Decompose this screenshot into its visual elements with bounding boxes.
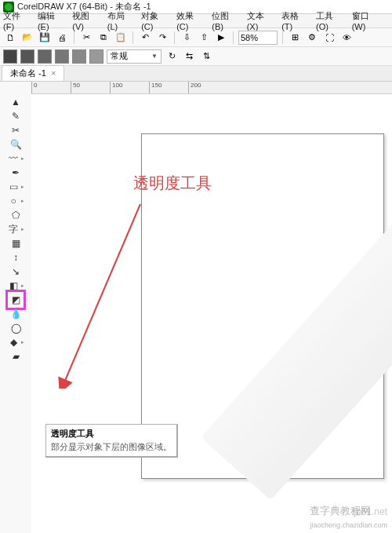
copy-button[interactable]: ⧉: [96, 31, 111, 45]
svg-line-1: [64, 204, 140, 382]
menu-effect[interactable]: 效果(C): [176, 10, 204, 31]
workspace: 0 50 100 150 200 ▲✎✂🔍〰▸✒▭▸○▸⬠字▸▦↕↘◧▸◩💧◯◆…: [0, 82, 392, 533]
rectangle-tool[interactable]: ▭: [7, 181, 20, 193]
separator: [233, 31, 234, 44]
diagonal-shape[interactable]: [201, 192, 392, 500]
menu-view[interactable]: 视图(V): [72, 10, 99, 31]
swatch-6[interactable]: [89, 49, 103, 64]
zoom-input[interactable]: [238, 31, 278, 45]
import-button[interactable]: ⇩: [180, 31, 194, 45]
menu-layout[interactable]: 布局(L): [107, 10, 133, 31]
menu-file[interactable]: 文件(F): [3, 10, 30, 31]
ruler-tick: 0: [31, 82, 71, 93]
artistic-media-tool[interactable]: ✒: [9, 166, 22, 179]
freehand-tool[interactable]: 〰: [7, 152, 20, 165]
menu-table[interactable]: 表格(T): [281, 10, 308, 31]
open-button[interactable]: 📂: [20, 31, 34, 45]
horizontal-ruler: 0 50 100 150 200: [31, 82, 392, 94]
options-button[interactable]: ⚙: [305, 31, 319, 45]
fullscreen-button[interactable]: ⛶: [322, 31, 336, 45]
document-tab[interactable]: 未命名 -1 ×: [2, 65, 64, 81]
polygon-tool[interactable]: ⬠: [9, 209, 22, 221]
fill-tool[interactable]: ◆: [7, 336, 20, 349]
snap-button[interactable]: ⊞: [288, 31, 302, 45]
separator: [74, 31, 74, 44]
watermark-text: 查字典教程网 jiaocheng.chazidian.com: [310, 504, 387, 530]
table-tool[interactable]: ▦: [9, 237, 22, 250]
undo-button[interactable]: ↶: [138, 31, 152, 45]
tab-close-icon[interactable]: ×: [51, 68, 56, 78]
text-tool[interactable]: 字: [7, 223, 20, 235]
tooltip: 透明度工具 部分显示对象下层的图像区域。: [45, 424, 178, 458]
menu-edit[interactable]: 编辑(E): [38, 10, 64, 31]
mirror-v-icon[interactable]: ⇅: [199, 49, 213, 64]
new-button[interactable]: 🗋: [3, 31, 17, 45]
flyout-icon: ▸: [21, 226, 24, 232]
menu-bar: 文件(F) 编辑(E) 视图(V) 布局(L) 对象(C) 效果(C) 位图(B…: [0, 14, 392, 28]
tooltip-body: 部分显示对象下层的图像区域。: [51, 441, 172, 453]
ellipse-tool[interactable]: ○: [7, 195, 20, 207]
separator: [174, 31, 175, 44]
menu-object[interactable]: 对象(C): [141, 10, 169, 31]
view-button[interactable]: 👁: [339, 31, 354, 45]
flyout-icon: ▸: [21, 198, 24, 204]
swatch-2[interactable]: [20, 49, 34, 64]
eyedropper-tool[interactable]: 💧: [9, 308, 22, 320]
save-button[interactable]: 💾: [38, 31, 52, 45]
menu-window[interactable]: 窗口(W): [352, 10, 381, 31]
swatch-1[interactable]: [3, 49, 17, 64]
style-value: 常规: [111, 50, 128, 62]
connector-tool[interactable]: ↘: [9, 265, 22, 278]
refresh-icon[interactable]: ↻: [165, 49, 179, 64]
ruler-tick: 200: [188, 82, 227, 93]
interactive-fill-tool[interactable]: ▰: [9, 350, 22, 363]
separator: [282, 31, 283, 44]
annotation-label: 透明度工具: [133, 173, 212, 194]
export-button[interactable]: ⇧: [197, 31, 211, 45]
outline-tool[interactable]: ◯: [9, 322, 22, 334]
pick-tool[interactable]: ▲: [9, 96, 22, 108]
flyout-icon: ▸: [21, 339, 24, 345]
redo-button[interactable]: ↷: [155, 31, 169, 45]
swatch-5[interactable]: [72, 49, 86, 64]
shape-tool[interactable]: ✎: [9, 110, 22, 122]
style-dropdown[interactable]: 常规 ▼: [107, 49, 162, 64]
property-toolbar: 常规 ▼ ↻ ⇆ ⇅: [0, 47, 392, 66]
swatch-4[interactable]: [55, 49, 69, 64]
print-button[interactable]: 🖨: [55, 31, 69, 45]
transparency-tool[interactable]: ◩: [9, 294, 22, 306]
mirror-h-icon[interactable]: ⇆: [182, 49, 196, 64]
menu-bitmap[interactable]: 位图(B): [212, 10, 238, 31]
zoom-tool[interactable]: 🔍: [9, 138, 22, 151]
tab-label: 未命名 -1: [10, 68, 46, 78]
ruler-tick: 50: [71, 82, 110, 93]
tooltip-title: 透明度工具: [51, 428, 172, 440]
flyout-icon: ▸: [21, 184, 24, 190]
menu-tools[interactable]: 工具(O): [316, 10, 344, 31]
separator: [132, 31, 133, 44]
flyout-icon: ▸: [21, 155, 24, 162]
flyout-icon: ▸: [21, 283, 24, 289]
ruler-tick: 100: [110, 82, 149, 93]
annotation-arrow-icon: [58, 200, 144, 389]
canvas[interactable]: 透明度工具 透明度工具 部分显示对象下层的图像区域。: [31, 94, 392, 533]
crop-tool[interactable]: ✂: [9, 124, 22, 137]
dimension-tool[interactable]: ↕: [9, 251, 22, 264]
chevron-down-icon: ▼: [151, 53, 158, 60]
document-tabs: 未命名 -1 ×: [0, 66, 392, 82]
swatch-3[interactable]: [38, 49, 52, 64]
ruler-tick: 150: [149, 82, 188, 93]
toolbox: ▲✎✂🔍〰▸✒▭▸○▸⬠字▸▦↕↘◧▸◩💧◯◆▸▰: [0, 82, 31, 533]
menu-text[interactable]: 文本(X): [247, 10, 274, 31]
launch-button[interactable]: ▶: [214, 31, 228, 45]
paste-button[interactable]: 📋: [114, 31, 128, 45]
cut-button[interactable]: ✂: [79, 31, 93, 45]
dropshadow-tool[interactable]: ◧: [7, 279, 20, 292]
